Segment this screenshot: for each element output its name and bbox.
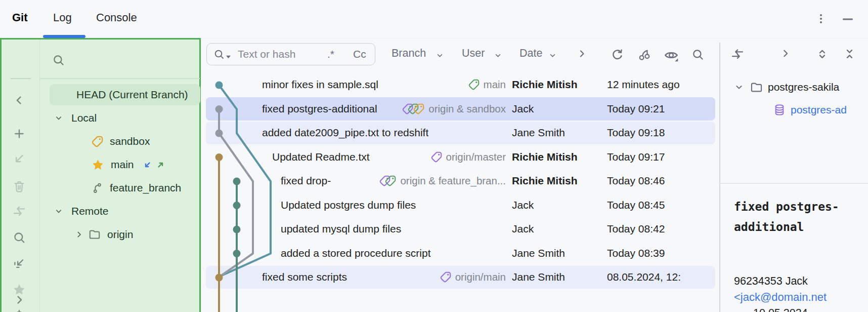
cherry-pick-icon[interactable]	[637, 48, 652, 62]
search-icon[interactable]	[52, 53, 65, 67]
commit-date: Today 09:17	[607, 145, 707, 169]
incoming-commits-icon	[142, 160, 153, 170]
folder-icon	[750, 81, 763, 94]
ref-label: origin & sandbox	[428, 103, 506, 115]
search-icon[interactable]	[213, 48, 225, 60]
branch-item-main[interactable]: main	[41, 153, 201, 176]
branch-item-label: HEAD (Current Branch)	[76, 89, 190, 101]
branch-group-local[interactable]: Local	[41, 106, 201, 130]
search-icon[interactable]	[12, 230, 26, 245]
search-placeholder: Text or hash	[238, 48, 295, 60]
kebab-menu-icon[interactable]	[815, 13, 827, 25]
chevron-down-icon[interactable]	[733, 82, 745, 93]
commit-message: minor fixes in sample.sql	[262, 73, 378, 97]
eye-view-options-icon[interactable]	[664, 48, 679, 63]
fit-content-icon[interactable]	[12, 256, 26, 270]
expand-all-icon[interactable]	[815, 47, 829, 61]
commit-row[interactable]: Updated postgres dump filesJackToday 08:…	[202, 193, 719, 217]
branch-group-remote[interactable]: Remote	[41, 200, 201, 223]
folder-name: postgres-sakila	[768, 81, 863, 93]
commit-date: 08.05.2024, 12:	[607, 265, 707, 290]
commit-author: Jane Smith	[512, 241, 604, 265]
tree-divider	[40, 78, 200, 79]
commit-row[interactable]: fixed drop-origin & feature_bran...Richi…	[202, 169, 719, 193]
filter-branch[interactable]: Branch	[392, 47, 426, 60]
commit-author: Richie Mitish	[512, 169, 604, 193]
tab-console[interactable]: Console	[96, 11, 137, 24]
branch-item-sandbox[interactable]: sandbox	[41, 130, 201, 153]
chevron-down-icon	[226, 55, 231, 59]
file-tree-row[interactable]: postgres-ad	[773, 99, 865, 121]
chevron-down-icon[interactable]	[54, 206, 64, 216]
strip-divider	[11, 78, 31, 79]
branch-tree: HEAD (Current Branch) Localsandboxmainfe…	[41, 83, 201, 246]
tag-icon	[384, 175, 397, 187]
minimize-icon[interactable]	[841, 13, 854, 26]
commit-date: Today 08:42	[607, 217, 707, 242]
commit-row[interactable]: minor fixes in sample.sqlmainRichie Miti…	[202, 73, 719, 97]
commit-row[interactable]: fixed postgres-additionalorigin & sandbo…	[202, 97, 719, 121]
commit-author-email-link[interactable]: <jack@domain.net	[734, 291, 827, 304]
branches-panel: HEAD (Current Branch) Localsandboxmainfe…	[0, 38, 201, 312]
commit-date: Today 08:39	[607, 241, 707, 265]
filter-user[interactable]: User	[462, 47, 485, 60]
branch-item-feature_branch[interactable]: feature_branch	[41, 176, 201, 200]
database-icon	[773, 103, 786, 116]
chevron-down-icon	[435, 51, 445, 60]
chevron-right-icon[interactable]	[576, 48, 588, 60]
expand-right-icon[interactable]	[12, 293, 26, 307]
commit-message: fixed drop-	[281, 169, 331, 193]
ref-label: origin/master	[446, 151, 506, 163]
tag-icon	[91, 135, 104, 148]
search-icon[interactable]	[691, 48, 705, 61]
commit-refs: origin & sandbox	[402, 97, 506, 121]
compare-refs-icon[interactable]	[12, 204, 26, 218]
branch-item-origin[interactable]: origin	[41, 223, 201, 246]
commit-row[interactable]: added a stored procedure scriptJane Smit…	[202, 241, 719, 265]
filter-date[interactable]: Date	[519, 47, 542, 60]
commit-author: Jack	[512, 97, 604, 121]
commit-search-field[interactable]: Text or hash .* Cc	[206, 43, 375, 65]
refresh-icon[interactable]	[610, 48, 624, 62]
commit-message: updated mysql dump files	[281, 217, 401, 242]
tag-icon	[413, 103, 425, 115]
commit-message: fixed some scripts	[262, 265, 347, 290]
commit-message: Updated Readme.txt	[272, 145, 370, 169]
chevron-right-icon[interactable]	[779, 47, 792, 60]
commit-date: Today 09:21	[607, 97, 707, 121]
branch-item-head[interactable]: HEAD (Current Branch)	[41, 83, 201, 106]
commit-refs: main	[468, 73, 506, 97]
commit-row[interactable]: added date2009_pipe.txt to redshiftJane …	[202, 121, 719, 145]
collapse-left-icon[interactable]	[12, 93, 26, 107]
commit-row[interactable]: fixed some scriptsorigin/mainJane Smith0…	[202, 265, 719, 290]
commit-message: Updated postgres dump files	[281, 193, 416, 217]
details-divider	[720, 183, 868, 184]
star-icon	[91, 158, 105, 172]
header-separator	[201, 38, 868, 38]
commit-refs: origin/master	[430, 145, 506, 169]
commit-row[interactable]: updated mysql dump filesJackToday 08:42	[202, 217, 719, 242]
branch-group-label: Remote	[71, 205, 109, 217]
ref-label: origin & feature_bran...	[400, 175, 506, 187]
chevron-right-icon[interactable]	[74, 229, 84, 240]
commit-date: 10.05.2024	[753, 307, 808, 312]
add-icon[interactable]	[12, 127, 26, 141]
tab-log[interactable]: Log	[53, 11, 72, 24]
branch-item-label: main	[111, 159, 134, 171]
commit-row[interactable]: Updated Readme.txtorigin/masterRichie Mi…	[202, 145, 719, 169]
commit-message: added a stored procedure script	[281, 241, 431, 265]
compare-refs-icon[interactable]	[730, 47, 745, 61]
locate-icon[interactable]	[12, 309, 26, 312]
tag-icon	[430, 151, 443, 163]
chevron-down-icon[interactable]	[54, 113, 64, 123]
delete-icon[interactable]	[12, 179, 26, 193]
tag-icon	[468, 79, 480, 91]
chevron-down-icon	[493, 51, 503, 60]
update-icon[interactable]	[12, 152, 26, 166]
ref-label: main	[484, 79, 506, 91]
match-case-toggle[interactable]: Cc	[353, 48, 366, 60]
collapse-all-icon[interactable]	[843, 47, 856, 61]
file-tree-row[interactable]: postgres-sakila	[733, 76, 863, 98]
commit-refs: origin/main	[440, 265, 506, 290]
regex-toggle[interactable]: .*	[327, 48, 334, 60]
